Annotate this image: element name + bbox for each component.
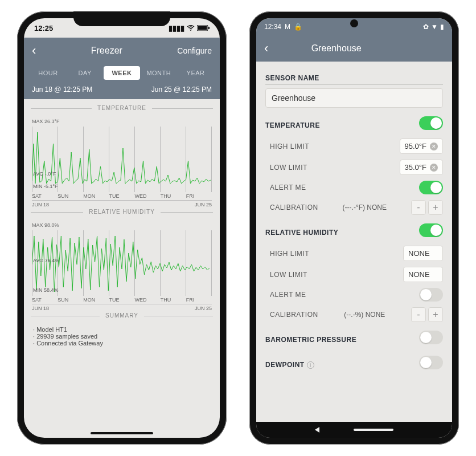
range-tabs: HOUR DAY WEEK MONTH YEAR — [24, 64, 220, 82]
clear-icon[interactable]: ✕ — [430, 142, 438, 150]
temp-min: MIN -5.1°F — [33, 184, 58, 189]
page-title: Freezer — [91, 46, 122, 56]
temp-low-input[interactable]: 35.0°F✕ — [400, 160, 443, 175]
temp-calib-label: CALIBRATION — [265, 203, 318, 211]
rh-high-input[interactable]: NONE — [403, 246, 443, 261]
rh-xaxis: SATSUNMONTUEWEDTHUFRI — [32, 297, 212, 304]
summary-section-title: SUMMARY — [31, 316, 213, 323]
temperature-toggle[interactable] — [419, 116, 443, 130]
rh-low-label: LOW LIMIT — [265, 271, 307, 279]
clear-icon[interactable]: ✕ — [430, 164, 438, 172]
temp-alert-label: ALERT ME — [265, 184, 306, 192]
nav-back-button[interactable] — [315, 427, 319, 433]
iphone-frame: 12:25 ▮▮▮▮ ‹ Freezer Configure HOUR DAY … — [17, 11, 227, 445]
configure-button[interactable]: Configure — [177, 46, 212, 55]
humidity-section-title: RELATIVE HUMIDITY — [31, 212, 213, 219]
barometric-label: BAROMETRIC PRESSURE — [265, 336, 356, 344]
page-title: Greenhouse — [311, 43, 362, 54]
temp-high-label: HIGH LIMIT — [265, 142, 309, 150]
date-range: Jun 18 @ 12:25 PM Jun 25 @ 12:25 PM — [24, 82, 220, 99]
back-button[interactable]: ‹ — [32, 43, 36, 58]
rh-calib-stepper: - + — [411, 307, 443, 322]
app-header: ‹ Freezer Configure — [24, 38, 220, 64]
summary-item: 29939 samples saved — [33, 333, 211, 340]
wifi-icon — [187, 24, 195, 32]
screen-right: 12:34 M 🔒 ✿ ▼ ▮ ‹ Greenhouse SENSOR NAME… — [256, 18, 452, 438]
dewpoint-toggle[interactable] — [419, 356, 443, 369]
rh-alert-label: ALERT ME — [265, 291, 306, 299]
app-header-right: ‹ Greenhouse — [256, 35, 452, 62]
svg-point-0 — [190, 30, 191, 31]
summary-list: Model HT1 29939 samples saved Connected … — [28, 326, 215, 347]
temperature-chart[interactable]: MAX 26.3°F AVG -.0°F MIN -5.1°F SATSUNMO… — [28, 119, 215, 207]
tab-year[interactable]: YEAR — [177, 66, 214, 80]
rh-calib-value: (--.-%) NONE — [318, 311, 411, 319]
back-button[interactable]: ‹ — [264, 41, 268, 56]
temp-low-label: LOW LIMIT — [265, 164, 307, 172]
rh-calib-label: CALIBRATION — [265, 311, 318, 319]
humidity-label: RELATIVE HUMIDITY — [265, 229, 338, 237]
temp-calib-value: (---.-°F) NONE — [318, 203, 411, 211]
temp-calib-stepper: - + — [411, 200, 443, 215]
status-icons: ▮▮▮▮ — [169, 24, 210, 32]
calib-minus-button[interactable]: - — [411, 200, 426, 215]
screen-left: 12:25 ▮▮▮▮ ‹ Freezer Configure HOUR DAY … — [24, 18, 220, 438]
humidity-chart[interactable]: MAX 98.0% AVG 76.4% MIN 58.4% SATSUNMONT… — [28, 222, 215, 311]
info-icon[interactable]: i — [307, 361, 314, 369]
rh-max: MAX 98.0% — [32, 222, 212, 228]
home-indicator[interactable] — [91, 432, 153, 434]
status-time: 12:25 — [34, 24, 53, 32]
config-scroll[interactable]: SENSOR NAME TEMPERATURE HIGH LIMIT 95.0°… — [256, 62, 452, 422]
svg-rect-3 — [208, 27, 210, 29]
android-nav-bar — [256, 422, 452, 438]
temperature-section-title: TEMPERATURE — [31, 108, 213, 115]
temp-xaxis: SATSUNMONTUEWEDTHUFRI — [32, 193, 212, 201]
rh-avg: AVG 76.4% — [33, 258, 59, 263]
temp-sparkline — [32, 127, 212, 192]
gmail-icon: M — [285, 23, 290, 31]
temp-max: MAX 26.3°F — [32, 119, 212, 124]
temp-avg: AVG -.0°F — [33, 171, 56, 177]
range-end: Jun 25 @ 12:25 PM — [151, 85, 212, 93]
android-frame: 12:34 M 🔒 ✿ ▼ ▮ ‹ Greenhouse SENSOR NAME… — [249, 11, 459, 445]
dewpoint-label: DEWPOINTi — [265, 361, 314, 369]
rh-min: MIN 58.4% — [33, 287, 59, 293]
temp-high-input[interactable]: 95.0°F✕ — [400, 139, 443, 154]
nav-home-button[interactable] — [354, 429, 393, 431]
sensor-name-label: SENSOR NAME — [265, 74, 443, 85]
calib-plus-button[interactable]: + — [428, 200, 443, 215]
status-time: 12:34 — [264, 23, 281, 31]
barometric-toggle[interactable] — [419, 331, 443, 344]
tab-day[interactable]: DAY — [67, 66, 104, 80]
tab-month[interactable]: MONTH — [140, 66, 177, 80]
rh-high-label: HIGH LIMIT — [265, 250, 309, 258]
battery-icon: ▮ — [440, 23, 444, 31]
summary-item: Model HT1 — [33, 326, 211, 333]
calib-minus-button[interactable]: - — [411, 307, 426, 322]
lock-icon: 🔒 — [294, 23, 302, 31]
notch — [73, 11, 170, 26]
range-start: Jun 18 @ 12:25 PM — [32, 85, 92, 93]
rh-alert-toggle[interactable] — [419, 288, 443, 302]
signal-icon: ▮▮▮▮ — [169, 24, 184, 32]
summary-item: Connected via Gateway — [33, 340, 211, 347]
sensor-name-input[interactable] — [265, 88, 443, 108]
gear-icon: ✿ — [423, 23, 429, 31]
svg-rect-2 — [198, 26, 207, 30]
humidity-toggle[interactable] — [419, 223, 443, 237]
temperature-label: TEMPERATURE — [265, 121, 320, 129]
temp-alert-toggle[interactable] — [419, 181, 443, 194]
content-scroll[interactable]: TEMPERATURE MAX 26.3°F AVG -.0°F MIN -5.… — [24, 99, 220, 438]
tab-hour[interactable]: HOUR — [30, 66, 67, 80]
battery-icon — [197, 24, 210, 32]
calib-plus-button[interactable]: + — [428, 307, 443, 322]
camera-punch — [350, 19, 358, 27]
tab-week[interactable]: WEEK — [104, 66, 141, 80]
rh-low-input[interactable]: NONE — [403, 267, 443, 282]
wifi-icon: ▼ — [431, 23, 438, 31]
